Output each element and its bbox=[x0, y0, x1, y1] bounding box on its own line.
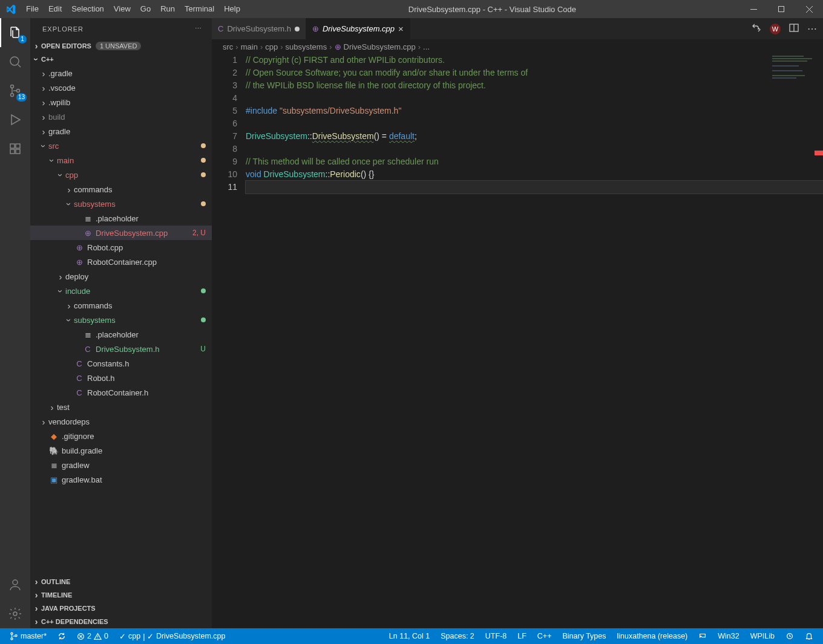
editor-scrollbar[interactable] bbox=[815, 54, 823, 628]
workspace-root-label: C++ bbox=[41, 56, 54, 63]
tree-folder-commands1[interactable]: ›commands bbox=[30, 182, 212, 197]
tree-file-build-gradle[interactable]: 🐘build.gradle bbox=[30, 443, 212, 458]
menu-edit[interactable]: Edit bbox=[44, 0, 67, 18]
status-indent[interactable]: Spaces: 2 bbox=[437, 632, 478, 640]
tree-file-rc-cpp[interactable]: ⊕RobotContainer.cpp bbox=[30, 255, 212, 269]
status-binary-types[interactable]: Binary Types bbox=[559, 632, 609, 640]
activity-explorer[interactable]: 1 bbox=[0, 18, 30, 47]
status-win32[interactable]: Win32 bbox=[714, 632, 743, 640]
status-problems[interactable]: 2 0 bbox=[73, 632, 112, 640]
section-cpp-deps[interactable]: ›C++ DEPENDENCIES bbox=[30, 615, 212, 628]
menu-selection[interactable]: Selection bbox=[67, 0, 108, 18]
menu-run[interactable]: Run bbox=[156, 0, 180, 18]
menu-help[interactable]: Help bbox=[219, 0, 245, 18]
tab-label: DriveSubsystem.h bbox=[227, 24, 290, 33]
status-eol[interactable]: LF bbox=[514, 632, 530, 640]
tree-file-placeholder1[interactable]: ≣.placeholder bbox=[30, 211, 212, 226]
status-wpilib[interactable]: WPILib bbox=[747, 632, 778, 640]
status-feedback-icon[interactable] bbox=[695, 632, 710, 640]
breadcrumb-item[interactable]: ... bbox=[423, 42, 430, 51]
activity-settings[interactable] bbox=[0, 599, 30, 628]
tree-folder-include[interactable]: ›include bbox=[30, 284, 212, 298]
status-branch[interactable]: master* bbox=[6, 632, 50, 640]
breadcrumb-item[interactable]: src bbox=[223, 42, 233, 51]
tree-folder-vscode[interactable]: ›.vscode bbox=[30, 80, 212, 95]
more-icon[interactable]: ⋯ bbox=[195, 25, 202, 33]
git-icon: ◆ bbox=[48, 432, 59, 441]
compare-icon[interactable] bbox=[752, 23, 761, 35]
svg-rect-0 bbox=[750, 9, 757, 10]
tree-folder-commands2[interactable]: ›commands bbox=[30, 298, 212, 313]
tree-file-gitignore[interactable]: ◆.gitignore bbox=[30, 429, 212, 443]
activity-source-control[interactable]: 13 bbox=[0, 76, 30, 105]
section-outline[interactable]: ›OUTLINE bbox=[30, 575, 212, 588]
tree-folder-src[interactable]: ›src bbox=[30, 138, 212, 153]
tab-drivesubsystem-h[interactable]: C DriveSubsystem.h bbox=[212, 18, 306, 39]
tree-folder-gradle[interactable]: ›.gradle bbox=[30, 66, 212, 80]
code-editor[interactable]: 1234567891011 // Copyright (c) FIRST and… bbox=[212, 54, 823, 628]
bat-icon: ▣ bbox=[48, 475, 59, 484]
split-editor-icon[interactable] bbox=[789, 23, 799, 35]
activity-run-debug[interactable] bbox=[0, 105, 30, 134]
menu-terminal[interactable]: Terminal bbox=[180, 0, 219, 18]
modified-dot-icon bbox=[201, 172, 206, 177]
tree-file-robot-h[interactable]: CRobot.h bbox=[30, 371, 212, 385]
tree-file-drive-h[interactable]: CDriveSubsystem.hU bbox=[30, 342, 212, 356]
section-java-projects[interactable]: ›JAVA PROJECTS bbox=[30, 602, 212, 615]
more-icon[interactable]: ⋯ bbox=[807, 23, 817, 34]
tree-file-drive-cpp[interactable]: ⊕DriveSubsystem.cpp2, U bbox=[30, 226, 212, 240]
tree-file-rc-h[interactable]: CRobotContainer.h bbox=[30, 385, 212, 400]
close-button[interactable] bbox=[795, 0, 823, 18]
modified-dot-icon bbox=[201, 201, 206, 206]
status-target[interactable]: linuxathena (release) bbox=[614, 632, 692, 640]
tree-file-gradlew[interactable]: ≣gradlew bbox=[30, 458, 212, 472]
menu-go[interactable]: Go bbox=[136, 0, 156, 18]
tree-folder-build[interactable]: ›build bbox=[30, 109, 212, 124]
breadcrumb-item[interactable]: subsystems bbox=[286, 42, 327, 51]
tree-file-robot-cpp[interactable]: ⊕Robot.cpp bbox=[30, 240, 212, 255]
minimize-button[interactable] bbox=[739, 0, 767, 18]
activity-extensions[interactable] bbox=[0, 134, 30, 163]
svg-rect-9 bbox=[16, 144, 20, 148]
minimap[interactable] bbox=[772, 56, 815, 146]
menu-file[interactable]: File bbox=[21, 0, 44, 18]
activity-search[interactable] bbox=[0, 47, 30, 76]
close-icon[interactable]: × bbox=[398, 24, 404, 34]
section-open-editors[interactable]: › OPEN EDITORS 1 UNSAVED bbox=[30, 39, 212, 53]
status-notifications-icon[interactable] bbox=[801, 632, 817, 640]
tree-file-placeholder2[interactable]: ≣.placeholder bbox=[30, 327, 212, 342]
status-cursor-position[interactable]: Ln 11, Col 1 bbox=[385, 632, 433, 640]
tree-file-gradlew-bat[interactable]: ▣gradlew.bat bbox=[30, 472, 212, 487]
tree-folder-subsystems1[interactable]: ›subsystems bbox=[30, 197, 212, 211]
breadcrumb-item[interactable]: DriveSubsystem.cpp bbox=[344, 42, 416, 51]
breadcrumb-item[interactable]: cpp bbox=[265, 42, 278, 51]
breadcrumb[interactable]: src› main› cpp› subsystems› ⊕ DriveSubsy… bbox=[212, 39, 823, 54]
tab-drivesubsystem-cpp[interactable]: ⊕ DriveSubsystem.cpp × bbox=[306, 18, 410, 39]
maximize-button[interactable] bbox=[767, 0, 795, 18]
status-sync[interactable] bbox=[54, 632, 70, 640]
tree-folder-deploy[interactable]: ›deploy bbox=[30, 269, 212, 284]
section-timeline[interactable]: ›TIMELINE bbox=[30, 588, 212, 602]
tree-folder-main[interactable]: ›main bbox=[30, 153, 212, 168]
status-encoding[interactable]: UTF-8 bbox=[482, 632, 510, 640]
tree-file-constants-h[interactable]: CConstants.h bbox=[30, 356, 212, 371]
file-tree: ›.gradle ›.vscode ›.wpilib ›build ›gradl… bbox=[30, 66, 212, 575]
status-liveshare-icon[interactable] bbox=[782, 632, 798, 640]
menu-view[interactable]: View bbox=[109, 0, 136, 18]
tree-folder-wpilib[interactable]: ›.wpilib bbox=[30, 95, 212, 109]
error-marker bbox=[815, 151, 823, 155]
code-content[interactable]: // Copyright (c) FIRST and other WPILib … bbox=[246, 54, 823, 628]
activity-accounts[interactable] bbox=[0, 570, 30, 599]
tree-folder-gradle2[interactable]: ›gradle bbox=[30, 124, 212, 138]
section-workspace-root[interactable]: › C++ bbox=[30, 53, 212, 66]
wpilib-icon[interactable]: W bbox=[770, 24, 781, 34]
breadcrumb-item[interactable]: main bbox=[241, 42, 258, 51]
tree-folder-subsystems2[interactable]: ›subsystems bbox=[30, 313, 212, 327]
tree-folder-vendordeps[interactable]: ›vendordeps bbox=[30, 414, 212, 429]
status-language[interactable]: C++ bbox=[534, 632, 556, 640]
chevron-down-icon: › bbox=[31, 54, 41, 64]
tree-folder-cpp[interactable]: ›cpp bbox=[30, 168, 212, 182]
status-build-target[interactable]: ✓ cpp | ✓ DriveSubsystem.cpp bbox=[116, 632, 229, 641]
tree-folder-test[interactable]: ›test bbox=[30, 400, 212, 414]
c-header-icon: C bbox=[74, 374, 85, 383]
